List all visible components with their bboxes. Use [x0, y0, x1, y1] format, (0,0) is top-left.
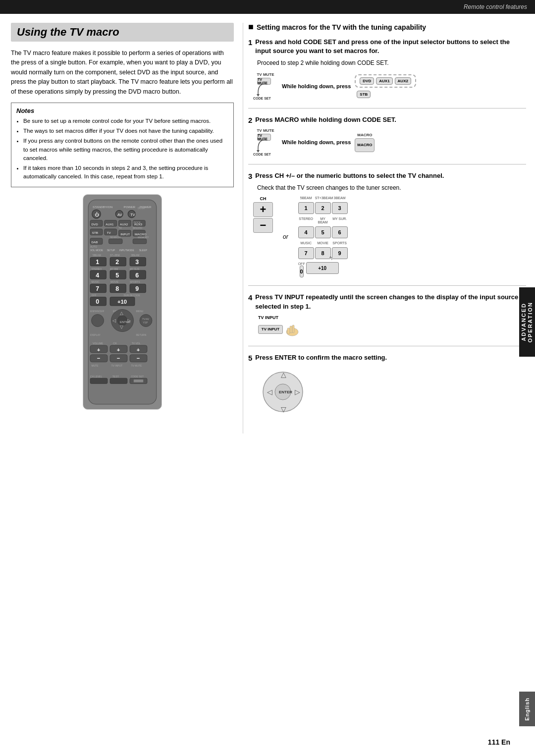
step-4-text: Press TV INPUT repeatedly until the scre…: [255, 293, 526, 311]
svg-text:TV: TV: [130, 212, 135, 216]
section-title: Setting macros for the TV with the tunin…: [257, 23, 426, 33]
step-3-subtext: Check that the TV screen changes to the …: [257, 183, 526, 192]
left-column: Using the TV macro The TV macro feature …: [0, 23, 243, 433]
svg-text:1: 1: [96, 259, 99, 266]
svg-text:TV VOL: TV VOL: [132, 341, 141, 344]
svg-text:+: +: [97, 346, 101, 352]
svg-text:MUTE: MUTE: [92, 364, 99, 367]
step-3-text: Press CH +/– or the numeric buttons to s…: [255, 171, 444, 180]
svg-text:⏻: ⏻: [95, 212, 99, 216]
svg-text:TEST: TEST: [112, 375, 119, 378]
keypad-row3: 7 8 9: [298, 247, 348, 259]
svg-text:TV MUTE: TV MUTE: [131, 364, 143, 367]
svg-text:DOCK: DOCK: [138, 207, 145, 210]
or-text: or: [283, 233, 288, 240]
svg-text:SLEEP: SLEEP: [139, 249, 148, 252]
step-1-header: 1 Press and hold CODE SET and press one …: [248, 38, 526, 55]
svg-text:8: 8: [115, 285, 119, 292]
step-1-subtext: Proceed to step 2 while holding down COD…: [257, 58, 526, 67]
step-5-text: Press ENTER to confirm the macro setting…: [255, 353, 387, 362]
page-title-box: Using the TV macro: [11, 23, 234, 42]
tv-input-label: TV INPUT: [258, 315, 278, 320]
svg-text:−: −: [97, 355, 101, 361]
main-content: Using the TV macro The TV macro feature …: [0, 14, 535, 433]
step-1-num: 1: [248, 38, 252, 47]
svg-text:2: 2: [115, 259, 119, 266]
svg-rect-114: [134, 379, 144, 382]
svg-text:ENTER: ENTER: [279, 390, 292, 394]
svg-text:MUSIC: MUSIC: [92, 280, 100, 283]
svg-text:TV: TV: [119, 226, 122, 229]
step-1-diagram: TV MUTE TV MUTE CODE SET While holdin: [253, 72, 526, 100]
svg-text:STANDBY/ON: STANDBY/ON: [93, 205, 112, 208]
step-4: 4 Press TV INPUT repeatedly until the sc…: [248, 293, 526, 346]
top-bar-text: Remote control features: [464, 3, 527, 10]
svg-text:9: 9: [135, 285, 139, 292]
section-header: ■ Setting macros for the TV with the tun…: [248, 23, 526, 33]
note-item: The ways to set macros differ if your TV…: [23, 127, 228, 135]
svg-text:CH LEVEL: CH LEVEL: [90, 375, 102, 378]
step2-tv-mute-code-set: TV MUTE TV MUTE CODE SET: [253, 128, 278, 156]
svg-rect-111: [90, 378, 107, 383]
svg-text:OFF: OFF: [92, 294, 97, 297]
notes-box: Notes Be sure to set up a remote control…: [11, 103, 234, 187]
svg-text:+: +: [137, 346, 140, 352]
right-column: ■ Setting macros for the TV with the tun…: [243, 23, 535, 433]
step-2-diagram: TV MUTE TV MUTE CODE SET While holding d…: [253, 128, 526, 156]
macro-label: MACRO: [357, 133, 372, 137]
english-tab-text: English: [524, 698, 530, 721]
keypad-labels-row1: 5BEAM ST+3BEAM 3BEAM: [298, 196, 348, 200]
svg-text:5BEAM: 5BEAM: [93, 254, 101, 257]
svg-text:◁: ◁: [112, 318, 116, 323]
svg-text:0: 0: [96, 298, 99, 305]
notes-list: Be sure to set up a remote control code …: [16, 117, 228, 181]
step-3: 3 Press CH +/– or the numeric buttons to…: [248, 171, 526, 286]
svg-text:SETUP: SETUP: [107, 249, 115, 252]
advanced-operation-tab: ADVANCEDOPERATION: [519, 287, 535, 357]
svg-marker-116: [257, 150, 260, 153]
svg-text:5: 5: [115, 271, 119, 278]
keypad-labels-row3: MUSIC MOVIE SPORTS: [298, 241, 348, 245]
macro-button-graphic: MACRO MACRO: [355, 133, 374, 152]
svg-text:RETURN: RETURN: [136, 333, 147, 336]
svg-text:TV: TV: [107, 231, 111, 234]
svg-text:▷: ▷: [127, 318, 131, 323]
svg-text:YSP: YSP: [143, 321, 148, 324]
svg-text:−: −: [117, 355, 120, 361]
tv-mute-code-set-group: TV MUTE TV MUTE CODE SET: [253, 72, 278, 100]
svg-text:△: △: [281, 371, 286, 378]
note-item: If it takes more than 10 seconds in step…: [23, 164, 228, 181]
svg-text:+10: +10: [117, 299, 127, 305]
svg-text:SEARCH: SEARCH: [110, 235, 120, 238]
while-holding-label-1: While holding down, press: [282, 83, 351, 89]
svg-point-85: [140, 314, 152, 326]
svg-text:3: 3: [135, 259, 139, 266]
svg-text:ENHANCER: ENHANCER: [90, 309, 104, 312]
svg-text:DAB: DAB: [92, 240, 98, 243]
svg-text:VOL MODE: VOL MODE: [90, 249, 104, 252]
svg-text:AUTO: AUTO: [90, 245, 97, 248]
svg-text:VOLUME: VOLUME: [93, 341, 104, 344]
svg-text:MENU: MENU: [136, 309, 144, 312]
svg-text:MOVIE: MOVIE: [110, 280, 119, 283]
svg-text:STB: STB: [92, 231, 98, 234]
svg-text:▽: ▽: [120, 324, 123, 329]
svg-text:TV INPUT: TV INPUT: [111, 364, 123, 367]
svg-text:3BEAM: 3BEAM: [131, 254, 140, 257]
svg-text:−: −: [137, 355, 140, 361]
svg-text:CODE SET: CODE SET: [131, 375, 144, 378]
keypad-row1: 1 2 3: [298, 202, 348, 214]
step-1-text: Press and hold CODE SET and press one of…: [255, 38, 526, 55]
remote-image-container: STANDBY/ON POWER POWER ⏻ AV TV DOCK DVD …: [11, 194, 234, 410]
enter-button-svg: ENTER △ ▽ ◁ ▷: [258, 367, 308, 417]
svg-text:SPORTS: SPORTS: [130, 280, 140, 283]
svg-text:SUR.DECODE: SUR.DECODE: [124, 294, 141, 297]
english-tab: English: [519, 692, 535, 726]
step-3-header: 3 Press CH +/– or the numeric buttons to…: [248, 171, 526, 180]
svg-rect-119: [290, 326, 292, 333]
keypad-row4: OFF 0 +10: [298, 262, 339, 277]
step-1-dashed-buttons: DVD AUX1 AUX2: [355, 74, 416, 88]
step-5-diagram: ENTER △ ▽ ◁ ▷: [258, 367, 526, 417]
svg-text:AUX2: AUX2: [120, 222, 128, 225]
step-2-text: Press MACRO while holding down CODE SET.: [255, 115, 396, 124]
